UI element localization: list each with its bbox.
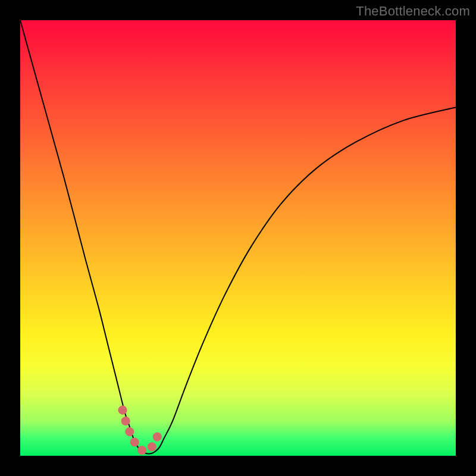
chart-frame: TheBottleneck.com: [0, 0, 476, 476]
chart-svg: [20, 20, 456, 456]
plot-area: [20, 20, 456, 456]
watermark-text: TheBottleneck.com: [356, 4, 470, 19]
highlight-curve: [123, 410, 159, 450]
main-curve: [20, 20, 456, 454]
